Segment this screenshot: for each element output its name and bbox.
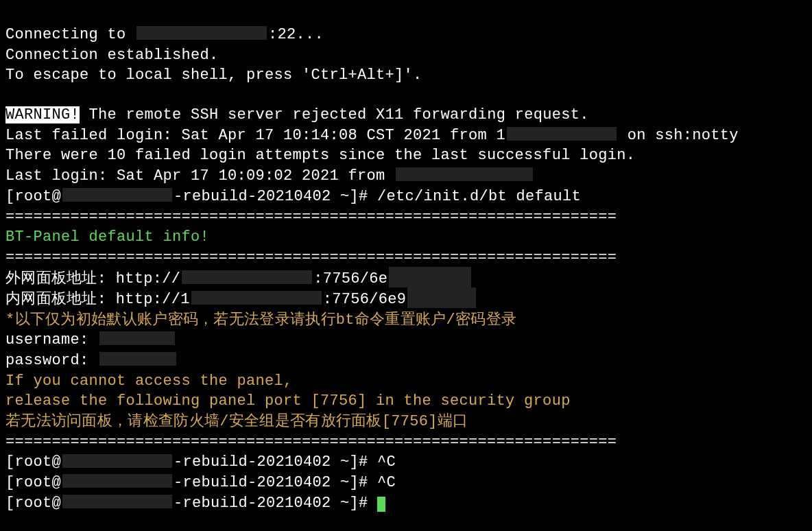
prompt-line-2[interactable]: [root@-rebuild-20210402 ~]# ^C [5,452,812,473]
cursor-icon [377,497,385,512]
command-text: ^C [377,453,396,471]
redacted-username [99,331,175,345]
prompt-line-3[interactable]: [root@-rebuild-20210402 ~]# ^C [5,473,812,493]
access-note-2: release the following panel port [7756] … [5,391,812,412]
connecting-line: Connecting to :22... [5,25,812,45]
last-failed-login: Last failed login: Sat Apr 17 10:14:08 C… [5,126,812,146]
redacted-url [389,267,471,287]
connecting-before: Connecting to [5,26,135,43]
access-note-1: If you cannot access the panel, [5,371,812,392]
warning-line: WARNING! The remote SSH server rejected … [5,105,812,126]
separator: ========================================… [5,207,812,228]
redacted-host [62,188,172,202]
redacted-host [62,495,172,508]
redacted-host [62,474,172,488]
cn-warning: *以下仅为初始默认账户密码，若无法登录请执行bt命令重置账户/密码登录 [5,310,812,331]
prompt-line-1[interactable]: [root@-rebuild-20210402 ~]# /etc/init.d/… [5,187,812,207]
redacted-ip [396,167,533,181]
prompt-line-4[interactable]: [root@-rebuild-20210402 ~]# [5,493,812,514]
failed-attempts: There were 10 failed login attempts sinc… [5,145,812,166]
command-text: ^C [377,474,396,491]
panel-info-title: BT-Panel default info! [5,227,812,248]
redacted-url [407,287,476,308]
redacted-url [191,291,322,305]
internal-panel-url: 内网面板地址: http://1:7756/6e9 [5,289,812,310]
access-note-cn: 若无法访问面板，请检查防火墙/安全组是否有放行面板[7756]端口 [5,412,812,432]
warning-badge: WARNING! [5,106,80,123]
connection-established: Connection established. [5,45,812,66]
last-login: Last login: Sat Apr 17 10:09:02 2021 fro… [5,166,812,187]
separator: ========================================… [5,432,812,453]
redacted-password [99,352,176,366]
password-line: password: [5,351,812,371]
separator: ========================================… [5,248,812,268]
external-panel-url: 外网面板地址: http://:7756/6e [5,268,812,290]
redacted-url [182,270,312,284]
redacted-host [62,454,172,468]
warning-text: The remote SSH server rejected X11 forwa… [80,106,589,123]
connecting-after: :22... [268,26,324,43]
username-line: username: [5,330,812,351]
command-text: /etc/init.d/bt default [377,188,581,205]
escape-instructions: To escape to local shell, press 'Ctrl+Al… [5,65,812,86]
redacted-ip [136,26,267,40]
redacted-ip [507,127,617,141]
